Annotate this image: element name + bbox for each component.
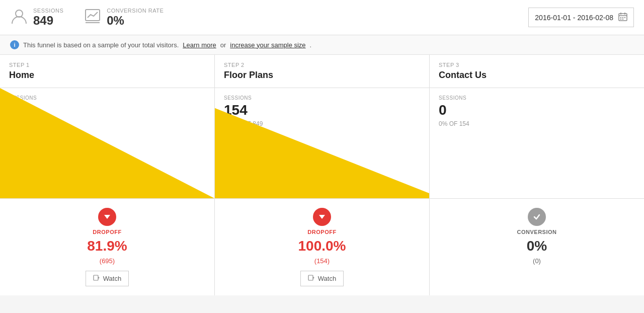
watch-label-2: Watch <box>318 275 336 282</box>
step-2-label: STEP 2 <box>224 62 420 68</box>
svg-rect-11 <box>622 19 623 20</box>
sessions-count-3: 0 <box>439 102 447 118</box>
watch-button-1[interactable]: Watch <box>86 271 129 286</box>
metrics-row: DROPOFF 81.9% (695) Watch DROPOFF <box>0 199 644 295</box>
learn-more-link[interactable]: Learn more <box>183 41 216 49</box>
sessions-label-3: SESSIONS <box>439 95 466 101</box>
svg-rect-7 <box>620 17 621 18</box>
sessions-label: SESSIONS <box>33 8 63 14</box>
funnel-svg-2 <box>215 88 429 198</box>
info-message: This funnel is based on a sample of your… <box>23 41 179 49</box>
svg-rect-10 <box>620 19 621 20</box>
conversion-rate-text: CONVERSION RATE 0% <box>107 8 164 28</box>
step-3-label: STEP 3 <box>439 62 635 68</box>
calendar-icon <box>618 12 627 23</box>
svg-rect-9 <box>624 17 625 18</box>
or-text: or <box>220 41 226 49</box>
svg-marker-16 <box>98 277 100 279</box>
conversion-count-3: (0) <box>533 257 541 265</box>
step-2-header: STEP 2 Floor Plans <box>215 55 430 88</box>
sessions-metric: SESSIONS 849 <box>10 8 63 28</box>
conversion-rate-value: 0% <box>107 14 164 28</box>
step-3-header: STEP 3 Contact Us <box>430 55 644 88</box>
top-bar: SESSIONS 849 CONVERSION RATE 0% 2016-01-… <box>0 0 644 35</box>
watch-label-1: Watch <box>103 275 121 282</box>
period: . <box>310 41 312 49</box>
watch-button-2[interactable]: Watch <box>300 271 344 286</box>
svg-marker-14 <box>104 215 110 219</box>
chart-cell-3: SESSIONS 0 0% OF 154 <box>430 88 644 198</box>
video-icon-2 <box>308 274 315 283</box>
conversion-percent-3: 0% <box>527 238 547 254</box>
dropoff-label-1: DROPOFF <box>93 229 121 235</box>
chart-cell-2: SESSIONS 154 18.1% OF 849 <box>215 88 430 198</box>
sessions-sub-3: 0% OF 154 <box>439 120 469 127</box>
steps-row: STEP 1 Home STEP 2 Floor Plans STEP 3 Co… <box>0 55 644 88</box>
dropoff-count-2: (154) <box>314 257 330 265</box>
date-range-text: 2016-01-01 - 2016-02-08 <box>535 14 613 22</box>
funnel-svg-1 <box>0 88 214 198</box>
increase-sample-link[interactable]: increase your sample size <box>230 41 305 49</box>
top-metrics: SESSIONS 849 CONVERSION RATE 0% <box>10 8 164 28</box>
conversion-rate-label: CONVERSION RATE <box>107 8 164 14</box>
conversion-label-3: CONVERSION <box>517 229 557 235</box>
svg-marker-19 <box>313 277 314 279</box>
conversion-icon-3 <box>528 208 546 226</box>
info-icon: i <box>10 40 19 49</box>
step-1-name: Home <box>9 70 205 81</box>
conversion-rate-metric: CONVERSION RATE 0% <box>84 8 164 28</box>
svg-rect-8 <box>622 17 623 18</box>
chart-icon <box>84 8 102 27</box>
step-3-name: Contact Us <box>439 70 635 81</box>
dropoff-percent-1: 81.9% <box>87 238 127 254</box>
sessions-text: SESSIONS 849 <box>33 8 63 28</box>
dropoff-percent-2: 100.0% <box>298 238 346 254</box>
dropoff-label-2: DROPOFF <box>307 229 336 235</box>
svg-rect-15 <box>94 275 98 280</box>
step-2-name: Floor Plans <box>224 70 420 81</box>
step-1-header: STEP 1 Home <box>0 55 215 88</box>
sessions-value: 849 <box>33 14 63 28</box>
metric-cell-3: CONVERSION 0% (0) <box>430 199 644 295</box>
metric-cell-1: DROPOFF 81.9% (695) Watch <box>0 199 215 295</box>
video-icon-1 <box>93 274 100 283</box>
dropoff-icon-2 <box>313 208 331 226</box>
dropoff-icon-1 <box>98 208 116 226</box>
svg-marker-17 <box>319 215 325 219</box>
svg-point-0 <box>16 10 23 17</box>
date-range-picker[interactable]: 2016-01-01 - 2016-02-08 <box>528 8 634 27</box>
funnel-container: STEP 1 Home STEP 2 Floor Plans STEP 3 Co… <box>0 55 644 295</box>
chart-cell-1: SESSIONS 849 <box>0 88 215 198</box>
dropoff-count-1: (695) <box>100 257 115 265</box>
metric-cell-2: DROPOFF 100.0% (154) Watch <box>215 199 430 295</box>
charts-row: SESSIONS 849 SESSIONS 154 18.1% OF 849 S… <box>0 88 644 199</box>
info-bar: i This funnel is based on a sample of yo… <box>0 35 644 55</box>
person-icon <box>10 8 28 27</box>
step-1-label: STEP 1 <box>9 62 205 68</box>
svg-marker-12 <box>0 88 214 198</box>
svg-marker-13 <box>215 108 429 198</box>
svg-rect-18 <box>308 275 313 280</box>
